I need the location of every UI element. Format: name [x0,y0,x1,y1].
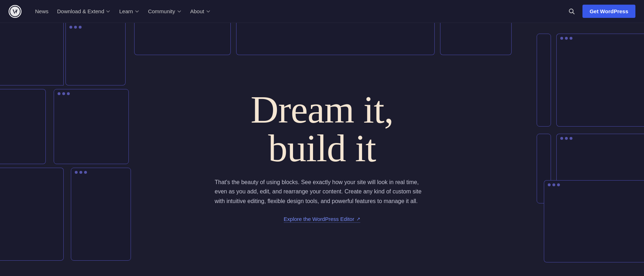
nav-item-community[interactable]: Community [145,6,185,16]
ui-card [440,23,512,55]
chevron-down-icon [206,9,211,14]
nav-right: Get WordPress [565,5,635,18]
dot-icon [79,26,82,29]
dot-icon [69,26,72,29]
dot-icon [557,183,560,186]
card-dots [66,23,125,31]
chevron-down-icon [135,9,140,14]
dot-icon [570,137,572,140]
dot-icon [570,37,572,40]
svg-point-1 [569,9,573,13]
ui-card [544,180,644,262]
chevron-down-icon [106,9,111,14]
dot-icon [565,137,568,140]
hero-title: Dream it, build it [215,90,429,168]
hero-description: That's the beauty of using blocks. See e… [215,178,429,206]
arrow-icon: ↗ [356,216,360,222]
chevron-down-icon [177,9,182,14]
dot-icon [79,171,82,174]
get-wordpress-button[interactable]: Get WordPress [582,5,635,18]
nav-item-about[interactable]: About [187,6,214,16]
explore-editor-link[interactable]: Explore the WordPress Editor ↗ [284,216,360,223]
dot-icon [560,37,563,40]
dot-icon [552,183,555,186]
card-dots [544,181,644,188]
ui-card [0,168,64,261]
dot-icon [67,92,70,95]
ui-card [236,23,435,55]
nav-item-news[interactable]: News [31,6,52,16]
ui-card [537,34,551,127]
ui-card [134,23,231,55]
dot-icon [58,92,60,95]
card-dots [54,89,128,97]
ui-card [71,168,131,261]
card-dots [557,134,644,142]
dot-icon [84,171,87,174]
dot-icon [62,92,65,95]
dot-icon [74,26,77,29]
search-button[interactable] [565,5,578,18]
dot-icon [565,37,568,40]
ui-card [65,23,126,85]
hero-content: Dream it, build it That's the beauty of … [215,90,429,223]
ui-card [0,23,64,85]
card-dots [557,34,644,42]
ui-card [556,34,644,127]
search-icon [569,8,575,15]
dot-icon [75,171,78,174]
navbar: News Download & Extend Learn Community [0,0,644,23]
nav-item-download[interactable]: Download & Extend [54,6,114,16]
dot-icon [560,137,563,140]
wp-logo[interactable] [9,5,21,18]
hero-section: Dream it, build it That's the beauty of … [0,23,644,276]
nav-item-learn[interactable]: Learn [116,6,143,16]
card-dots [71,168,131,176]
dot-icon [548,183,551,186]
ui-card [0,89,46,164]
nav-links: News Download & Extend Learn Community [31,6,565,16]
ui-card [54,89,129,164]
